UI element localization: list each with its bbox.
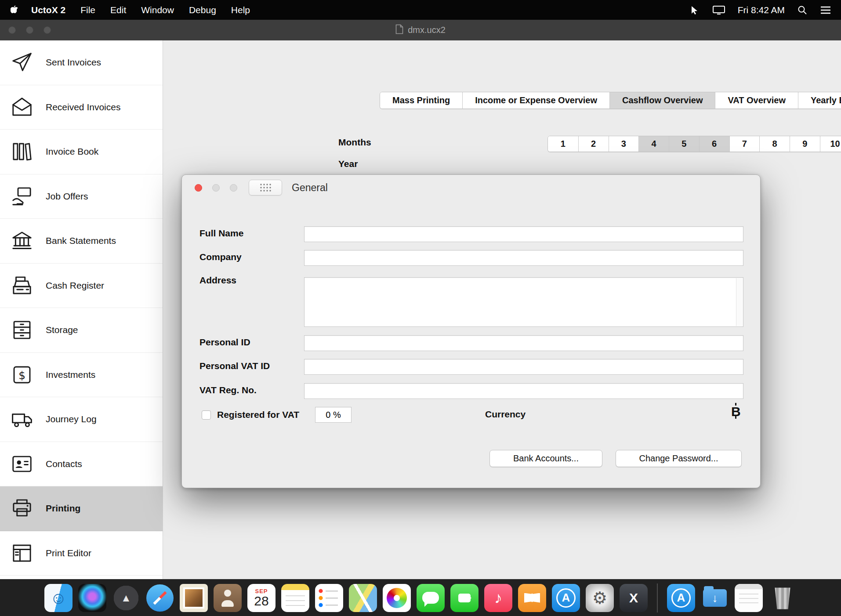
calendar-icon[interactable]: SEP 28 [247, 584, 276, 612]
sidebar-item-label: Storage [46, 325, 78, 335]
month-button-9[interactable]: 9 [790, 136, 820, 152]
display-icon[interactable] [712, 5, 725, 15]
tab-yearly-balancing[interactable]: Yearly Balancing [798, 92, 841, 109]
company-input[interactable] [304, 250, 743, 266]
menu-edit[interactable]: Edit [103, 5, 134, 15]
sidebar-item-label: Printing [46, 503, 80, 514]
maps-icon[interactable] [349, 584, 377, 612]
mail-stamp-icon[interactable] [180, 584, 208, 612]
change-password-button[interactable]: Change Password... [616, 450, 742, 467]
sidebar-item-bank-statements[interactable]: Bank Statements [0, 219, 163, 264]
registered-for-vat-checkbox[interactable] [202, 410, 211, 420]
reminders-icon[interactable] [315, 584, 343, 612]
contacts-book-icon[interactable] [214, 584, 242, 612]
bank-icon [10, 228, 34, 253]
sidebar-item-label: Contacts [46, 459, 82, 469]
bitcoin-currency-icon[interactable]: B [731, 404, 741, 419]
notification-list-icon[interactable] [820, 5, 831, 15]
sidebar-item-journey-log[interactable]: Journey Log [0, 397, 163, 442]
sidebar-item-printing[interactable]: Printing [0, 486, 163, 531]
dollar-box-icon: $ [10, 362, 34, 387]
full-name-input[interactable] [304, 226, 743, 242]
layout-icon [10, 541, 34, 565]
menu-help[interactable]: Help [224, 5, 257, 15]
music-icon[interactable]: ♪ [484, 584, 512, 612]
personal-id-input[interactable] [304, 335, 743, 351]
month-button-5[interactable]: 5 [669, 136, 699, 152]
window-titlebar[interactable]: dmx.ucx2 [0, 20, 841, 40]
contact-card-icon [10, 452, 34, 476]
sidebar: Sent Invoices Received Invoices Invoice … [0, 40, 163, 579]
minimized-window-icon[interactable] [735, 584, 763, 612]
facetime-icon[interactable] [450, 584, 478, 612]
address-textarea[interactable] [304, 278, 743, 326]
month-button-2[interactable]: 2 [578, 136, 609, 152]
sidebar-item-storage[interactable]: Storage [0, 308, 163, 353]
dialog-zoom-button [230, 184, 237, 192]
tab-cashflow-overview[interactable]: Cashflow Overview [609, 92, 715, 109]
menubar-app-name[interactable]: UctoX 2 [24, 5, 73, 15]
spotlight-search-icon[interactable] [797, 5, 808, 15]
sidebar-item-label: Invoice Book [46, 146, 98, 157]
dialog-close-button[interactable] [195, 184, 202, 192]
apple-logo-icon[interactable] [6, 5, 24, 15]
personal-vat-id-label: Personal VAT ID [199, 361, 270, 371]
notes-icon[interactable] [281, 584, 309, 612]
month-button-3[interactable]: 3 [609, 136, 639, 152]
month-button-4[interactable]: 4 [638, 136, 669, 152]
sidebar-item-print-editor[interactable]: Print Editor [0, 531, 163, 576]
truck-icon [10, 407, 34, 431]
currency-label: Currency [485, 409, 526, 420]
month-button-7[interactable]: 7 [729, 136, 760, 152]
photos-icon[interactable] [383, 584, 411, 612]
calendar-day: 28 [254, 594, 268, 608]
registered-for-vat-label: Registered for VAT [217, 409, 299, 420]
sidebar-item-invoice-book[interactable]: Invoice Book [0, 130, 163, 174]
messages-icon[interactable] [417, 584, 445, 612]
vat-reg-no-input[interactable] [304, 383, 743, 399]
sidebar-item-investments[interactable]: $ Investments [0, 353, 163, 398]
xcode-icon[interactable]: X [620, 584, 648, 612]
menu-window[interactable]: Window [134, 5, 181, 15]
document-icon [395, 24, 403, 36]
menubar: UctoX 2 File Edit Window Debug Help Fri … [0, 0, 841, 20]
app-store-icon[interactable]: A [552, 584, 580, 612]
dock: ☺ ▲ SEP 28 ♪ A ⚙ X A ↓ [0, 579, 841, 616]
siri-icon[interactable] [78, 584, 106, 612]
sidebar-item-label: Job Offers [46, 191, 88, 202]
month-button-10[interactable]: 10 [820, 136, 841, 152]
personal-vat-id-input[interactable] [304, 359, 743, 375]
sidebar-item-sent-invoices[interactable]: Sent Invoices [0, 40, 163, 85]
sidebar-item-job-offers[interactable]: Job Offers [0, 174, 163, 219]
sidebar-item-cash-register[interactable]: Cash Register [0, 264, 163, 308]
cash-register-icon [10, 273, 34, 298]
bank-accounts-button[interactable]: Bank Accounts... [489, 450, 602, 467]
menu-debug[interactable]: Debug [181, 5, 224, 15]
menubar-clock[interactable]: Fri 8:42 AM [738, 5, 785, 15]
month-button-6[interactable]: 6 [699, 136, 729, 152]
menu-file[interactable]: File [73, 5, 103, 15]
grid-toolbar-icon[interactable] [249, 180, 282, 196]
app-store-alt-icon[interactable]: A [667, 584, 695, 612]
system-preferences-icon[interactable]: ⚙ [586, 584, 614, 612]
sidebar-item-contacts[interactable]: Contacts [0, 442, 163, 487]
scrollbar[interactable] [736, 278, 743, 326]
books-icon [10, 139, 34, 164]
tab-mass-printing[interactable]: Mass Printing [380, 92, 462, 109]
window-document-title: dmx.ucx2 [408, 25, 446, 35]
tab-vat-overview[interactable]: VAT Overview [715, 92, 798, 109]
finder-icon[interactable]: ☺ [44, 584, 72, 612]
month-button-1[interactable]: 1 [548, 136, 578, 152]
trash-icon[interactable] [768, 584, 797, 612]
cursor-tool-icon[interactable] [689, 5, 700, 15]
books-icon[interactable] [518, 584, 546, 612]
downloads-folder-icon[interactable]: ↓ [701, 584, 729, 612]
safari-icon[interactable] [146, 584, 174, 612]
months-label: Months [338, 137, 371, 148]
vat-percent-input[interactable] [315, 407, 352, 423]
launchpad-icon[interactable]: ▲ [112, 584, 140, 612]
month-button-8[interactable]: 8 [759, 136, 790, 152]
year-label: Year [338, 159, 358, 169]
sidebar-item-received-invoices[interactable]: Received Invoices [0, 85, 163, 130]
tab-income-or-expense-overview[interactable]: Income or Expense Overview [462, 92, 609, 109]
